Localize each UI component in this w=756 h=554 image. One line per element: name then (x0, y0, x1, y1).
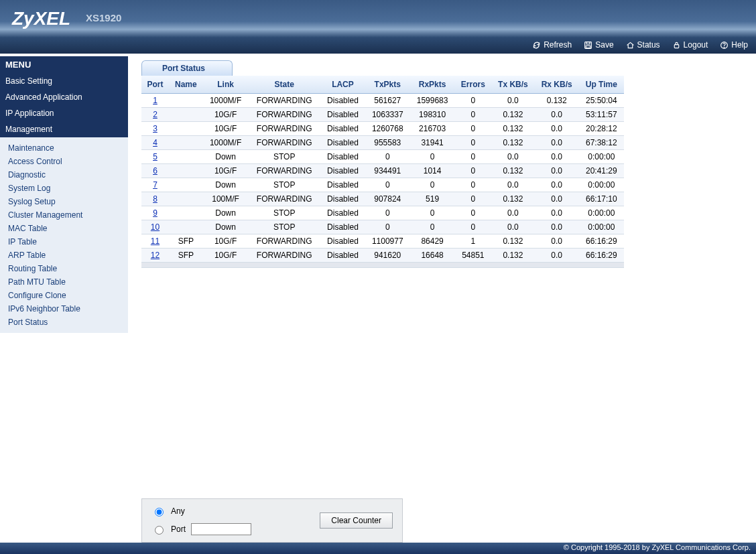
port-status-table: PortNameLinkStateLACPTxPktsRxPktsErrorsT… (141, 76, 624, 268)
cell-state: FORWARDING (248, 122, 320, 136)
port-link[interactable]: 11 (141, 234, 169, 249)
port-link[interactable]: 6 (153, 166, 158, 176)
sidebar-subitem-path-mtu-table[interactable]: Path MTU Table (0, 275, 128, 289)
port-link[interactable]: 1 (153, 96, 158, 105)
port-link[interactable]: 11 (151, 236, 160, 246)
table-row: 11SFP10G/FFORWARDINGDisabled110097786429… (141, 234, 624, 249)
port-link[interactable]: 10 (141, 220, 169, 234)
table-row: 8100M/FFORWARDINGDisabled90782451900.132… (141, 192, 624, 206)
footer: © Copyright 1995-2018 by ZyXEL Communica… (0, 543, 756, 554)
port-link[interactable]: 5 (153, 152, 158, 161)
port-link[interactable]: 1 (141, 94, 169, 108)
save-link[interactable]: Save (584, 40, 613, 50)
port-link[interactable]: 3 (141, 122, 169, 136)
sidebar-subitem-system-log[interactable]: System Log (0, 182, 128, 195)
port-link[interactable]: 8 (141, 192, 169, 206)
port-link[interactable]: 12 (141, 249, 169, 263)
cell-state: FORWARDING (248, 136, 320, 150)
radio-port[interactable] (155, 526, 164, 535)
sidebar: MENU Basic Setting Advanced Application … (0, 54, 128, 543)
cell-txpkts: 941620 (365, 249, 410, 263)
sidebar-item-ip-application[interactable]: IP Application (0, 105, 128, 121)
svg-rect-1 (586, 42, 590, 44)
port-link[interactable]: 6 (141, 164, 169, 178)
sidebar-item-advanced-application[interactable]: Advanced Application (0, 89, 128, 105)
brand-logo: ZyXEL (12, 8, 70, 29)
clear-counter-button[interactable]: Clear Counter (320, 512, 393, 529)
svg-rect-3 (674, 44, 679, 48)
panel-title: Port Status (141, 60, 233, 76)
port-link[interactable]: 2 (153, 110, 158, 119)
cell-errors: 1 (454, 234, 491, 249)
cell-link: Down (203, 206, 249, 220)
sidebar-subitem-diagnostic[interactable]: Diagnostic (0, 168, 128, 182)
cell-lacp: Disabled (320, 234, 365, 249)
cell-txpkts: 1260768 (365, 122, 410, 136)
port-link[interactable]: 3 (153, 124, 158, 133)
cell-uptime: 67:38:12 (579, 136, 624, 150)
port-link[interactable]: 2 (141, 108, 169, 122)
cell-errors: 0 (454, 122, 491, 136)
sidebar-subitem-cluster-management[interactable]: Cluster Management (0, 208, 128, 222)
save-icon (584, 41, 592, 50)
cell-state: STOP (248, 206, 320, 220)
cell-rxpkts: 0 (410, 150, 455, 164)
sidebar-item-management[interactable]: Management (0, 121, 128, 137)
port-link[interactable]: 8 (153, 194, 158, 204)
sidebar-subitem-syslog-setup[interactable]: Syslog Setup (0, 195, 128, 208)
port-link[interactable]: 5 (141, 150, 169, 164)
status-link[interactable]: Status (626, 40, 660, 50)
cell-txpkts: 934491 (365, 164, 410, 178)
cell-rxkb: 0.0 (535, 220, 579, 234)
cell-lacp: Disabled (320, 249, 365, 263)
cell-uptime: 0:00:00 (579, 178, 624, 192)
port-link[interactable]: 4 (153, 138, 158, 147)
cell-errors: 0 (454, 178, 491, 192)
port-link[interactable]: 4 (141, 136, 169, 150)
sidebar-subitem-ip-table[interactable]: IP Table (0, 235, 128, 249)
table-row: 210G/FFORWARDINGDisabled106333719831000.… (141, 108, 624, 122)
cell-txkb: 0.132 (491, 164, 535, 178)
sidebar-subitem-mac-table[interactable]: MAC Table (0, 222, 128, 235)
sidebar-subitem-port-status[interactable]: Port Status (0, 316, 128, 329)
help-link[interactable]: Help (720, 40, 748, 50)
col-up-time: Up Time (579, 76, 624, 94)
table-row: 610G/FFORWARDINGDisabled934491101400.132… (141, 164, 624, 178)
col-link: Link (203, 76, 249, 94)
sidebar-item-basic-setting[interactable]: Basic Setting (0, 73, 128, 89)
port-link[interactable]: 9 (153, 208, 158, 218)
table-row: 11000M/FFORWARDINGDisabled56162715996830… (141, 94, 624, 108)
sidebar-subitem-arp-table[interactable]: ARP Table (0, 249, 128, 262)
cell-txpkts: 0 (365, 150, 410, 164)
port-link[interactable]: 7 (141, 178, 169, 192)
logout-link[interactable]: Logout (672, 40, 708, 50)
cell-name (169, 192, 203, 206)
port-link[interactable]: 12 (151, 251, 160, 260)
cell-errors: 0 (454, 150, 491, 164)
sidebar-subitem-configure-clone[interactable]: Configure Clone (0, 289, 128, 302)
cell-name (169, 122, 203, 136)
port-link[interactable]: 7 (153, 180, 158, 190)
radio-port-row[interactable]: Port (151, 523, 251, 535)
port-link[interactable]: 10 (151, 222, 160, 232)
cell-lacp: Disabled (320, 192, 365, 206)
cell-uptime: 25:50:04 (579, 94, 624, 108)
port-link[interactable]: 9 (141, 206, 169, 220)
sidebar-subitem-routing-table[interactable]: Routing Table (0, 262, 128, 275)
radio-any-row[interactable]: Any (151, 506, 251, 516)
cell-name: SFP (169, 249, 203, 263)
cell-errors: 0 (454, 206, 491, 220)
port-input[interactable] (191, 523, 251, 535)
cell-name (169, 164, 203, 178)
logout-label: Logout (684, 40, 708, 50)
cell-txpkts: 0 (365, 178, 410, 192)
sidebar-subitem-maintenance[interactable]: Maintenance (0, 141, 128, 155)
refresh-link[interactable]: Refresh (532, 40, 572, 50)
refresh-icon (532, 41, 541, 50)
radio-any[interactable] (155, 508, 164, 516)
sidebar-subitem-ipv6-neighbor-table[interactable]: IPv6 Neighbor Table (0, 302, 128, 316)
cell-lacp: Disabled (320, 108, 365, 122)
col-tx-kb-s: Tx KB/s (491, 76, 535, 94)
cell-state: FORWARDING (248, 108, 320, 122)
sidebar-subitem-access-control[interactable]: Access Control (0, 155, 128, 168)
